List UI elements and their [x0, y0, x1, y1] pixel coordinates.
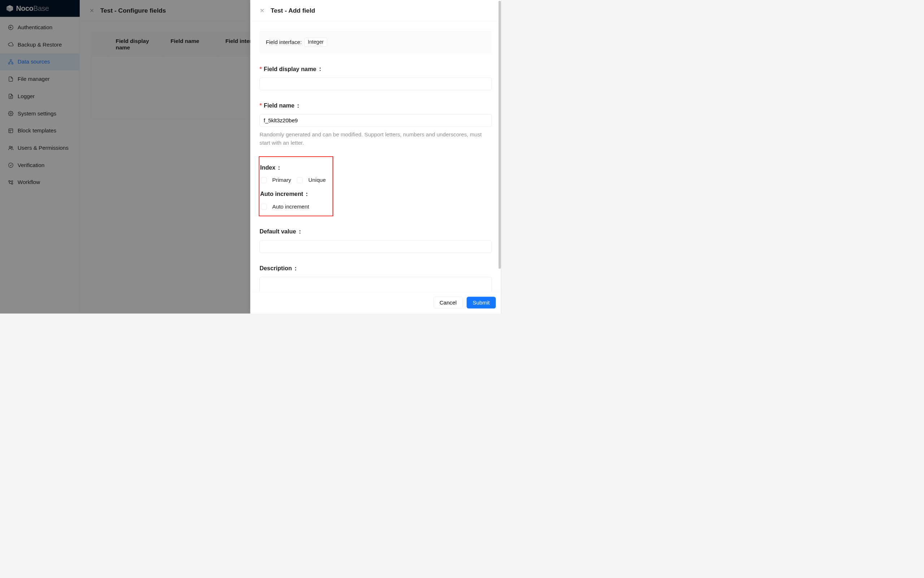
scrollbar[interactable]: [498, 1, 501, 292]
scrollbar-thumb[interactable]: [498, 1, 501, 269]
checkbox-row-auto-increment: Auto increment: [260, 203, 329, 209]
required-mark: *: [260, 65, 262, 72]
drawer2-footer: Cancel Submit: [250, 292, 501, 313]
submit-button[interactable]: Submit: [467, 297, 496, 308]
checkbox-primary-label: Primary: [273, 177, 291, 183]
help-field-name: Randomly generated and can be modified. …: [260, 130, 491, 147]
drawer2-body: Field interface: Integer * Field display…: [250, 21, 501, 292]
form-item-default-value: Default value: [260, 227, 491, 253]
required-mark: *: [260, 102, 262, 109]
highlight-box: Index Primary Unique Auto increment Auto…: [259, 156, 333, 216]
drawer2-header: Test - Add field: [250, 0, 501, 21]
label-description: Description: [260, 264, 491, 272]
checkbox-auto-increment-label: Auto increment: [273, 203, 309, 209]
drawer-add-field: Test - Add field Field interface: Intege…: [250, 0, 501, 313]
input-default-value[interactable]: [260, 240, 491, 253]
close-icon[interactable]: [259, 8, 265, 13]
field-interface-box: Field interface: Integer: [260, 31, 491, 54]
checkbox-row-index: Primary Unique: [260, 177, 329, 183]
form-item-auto-increment: Auto increment Auto increment: [260, 190, 329, 209]
form-item-description: Description: [260, 264, 491, 292]
checkbox-auto-increment[interactable]: [261, 203, 267, 209]
field-interface-label: Field interface:: [266, 39, 302, 45]
label-auto-increment: Auto increment: [260, 190, 329, 198]
label-default-value: Default value: [260, 227, 491, 235]
cancel-button[interactable]: Cancel: [433, 297, 463, 308]
form-item-field-name: * Field name Randomly generated and can …: [260, 101, 491, 147]
input-display-name[interactable]: [260, 78, 491, 90]
label-display-name: * Field display name: [260, 65, 491, 73]
input-field-name[interactable]: [260, 114, 491, 127]
label-field-name: * Field name: [260, 101, 491, 109]
label-index: Index: [260, 164, 329, 171]
form-item-index: Index Primary Unique: [260, 164, 329, 183]
checkbox-primary[interactable]: [261, 177, 267, 183]
form-item-display-name: * Field display name: [260, 65, 491, 90]
drawer2-title: Test - Add field: [271, 7, 315, 14]
textarea-description[interactable]: [260, 277, 491, 292]
checkbox-unique-label: Unique: [309, 177, 326, 183]
field-interface-value[interactable]: Integer: [305, 37, 327, 46]
checkbox-unique[interactable]: [297, 177, 303, 183]
